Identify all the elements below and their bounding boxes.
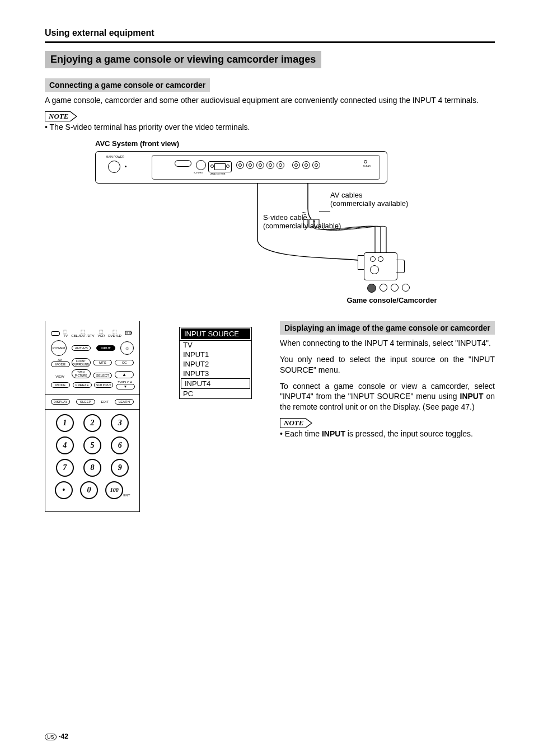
num-5-button[interactable]: 5 (83, 436, 101, 454)
rca-jack-icon (266, 161, 274, 169)
display-button[interactable]: DISPLAY (51, 399, 70, 405)
rca-jack-icon (302, 161, 310, 169)
remote-slider-icon (51, 331, 60, 336)
ant-button[interactable]: ANT A/B (72, 345, 91, 351)
input-bold: INPUT (322, 429, 345, 438)
input-bold: INPUT (460, 392, 484, 401)
note-label: NOTE (280, 418, 306, 428)
menu-header: INPUT SOURCE (180, 327, 251, 340)
paragraph: When connecting to the INPUT 4 terminals… (280, 338, 495, 349)
rca-jack-icon (277, 161, 284, 169)
input-button[interactable]: INPUT (96, 345, 115, 351)
note-bullet: • The S-video terminal has priority over… (45, 123, 495, 132)
remote-top-label: ⬚VCR (97, 330, 105, 337)
divider (45, 41, 495, 43)
num-8-button[interactable]: 8 (83, 459, 101, 477)
figure-avc: AVC System (front view) MAIN POWER S-VID… (95, 139, 495, 304)
camcorder-rca-jack-icon (391, 284, 399, 292)
menu-item[interactable]: PC (180, 389, 251, 398)
indicator-dot (125, 166, 127, 167)
note-bullet: • Each time INPUT is pressed, the input … (280, 429, 495, 438)
camcorder-sv-jack-icon (367, 284, 376, 293)
surround-button[interactable]: FRONT SURROUND (72, 358, 91, 367)
avc-system-front: MAIN POWER S-VIDEO ANALOG RGB (95, 151, 387, 184)
num-7-button[interactable]: 7 (56, 459, 74, 477)
rca-jack-icon (256, 161, 264, 169)
av-cable-text: AV cables (330, 191, 363, 199)
num-4-button[interactable]: 4 (56, 436, 74, 454)
subheading-displaying: Displaying an image of the game console … (280, 321, 495, 335)
device-caption: Game console/Camcorder (330, 296, 453, 304)
num-9-button[interactable]: 9 (111, 459, 129, 477)
av-cable-sub: (commercially available) (330, 199, 408, 208)
sv-cable-sub: (commercially available) (263, 222, 341, 230)
menu-item[interactable]: INPUT4 (181, 378, 250, 389)
num-dot-button[interactable]: • (55, 481, 73, 499)
av-cable-label: AV cables (commercially available) (330, 191, 495, 208)
sleep-button[interactable]: SLEEP (76, 399, 95, 405)
note-label: NOTE (45, 111, 71, 121)
page-number: US-42 (45, 732, 68, 740)
paragraph: You only need to select the input source… (280, 354, 495, 375)
note-text: The S-video terminal has priority over t… (50, 123, 250, 132)
mts-button[interactable]: MTS (93, 360, 112, 365)
learn-button[interactable]: LEARN (115, 399, 134, 405)
camcorder-icon (364, 252, 413, 293)
paragraph: A game console, camcorder and some other… (45, 95, 495, 106)
power-button-icon (108, 161, 120, 173)
num-3-button[interactable]: 3 (111, 414, 129, 432)
rca-jack-icon (292, 161, 300, 169)
port-door-icon (208, 161, 232, 172)
up-button[interactable]: ▲ (115, 371, 134, 378)
remote-top-label: ⬚CBL /SAT /DTV (71, 330, 94, 337)
ent-label: ENT (123, 494, 130, 497)
rca-jack-icon (312, 161, 320, 169)
num-1-button[interactable]: 1 (56, 414, 74, 432)
avc-caption: AVC System (front view) (95, 139, 495, 148)
rca-jack-icon (236, 161, 244, 169)
clear-dot-icon (364, 160, 367, 163)
sub-input-button[interactable]: SUB INPUT (94, 382, 113, 388)
svg-rect-14 (131, 332, 132, 334)
camcorder-rca-jack-icon (402, 284, 410, 292)
region-badge: US (45, 734, 57, 740)
down-button[interactable]: ▼ (116, 384, 135, 389)
section-heading: Using external equipment (45, 28, 495, 38)
remote-top-label: ⬚DVD /LD (108, 330, 121, 337)
menu-item[interactable]: TV (180, 340, 251, 350)
cc-button[interactable]: CC (115, 360, 134, 365)
num-0-button[interactable]: 0 (80, 481, 98, 499)
main-power-label: MAIN POWER (106, 155, 124, 158)
sv-cable-text: S-video cable (263, 213, 307, 222)
battery-icon (125, 329, 134, 338)
rca-jack-icon (246, 161, 254, 169)
menu-item[interactable]: INPUT1 (180, 350, 251, 359)
text: Each time (285, 429, 322, 438)
num-2-button[interactable]: 2 (83, 414, 101, 432)
page-num-text: -42 (59, 732, 68, 740)
mode-button[interactable]: MODE (51, 361, 70, 367)
camcorder-rca-jack-icon (380, 284, 387, 292)
brightness-button[interactable]: ☼ (120, 341, 134, 355)
num-100-button[interactable]: 100 (105, 481, 123, 499)
remote-top-label: ⬚TV (63, 330, 68, 337)
text: is pressed, the input source toggles. (345, 429, 473, 438)
brand-pill (175, 160, 191, 167)
select-button[interactable]: SELECT (93, 373, 112, 378)
analog-rgb-label: ANALOG RGB (210, 172, 225, 175)
num-6-button[interactable]: 6 (111, 436, 129, 454)
mode-button[interactable]: MODE (51, 382, 70, 388)
svg-rect-13 (125, 331, 131, 335)
twin-picture-button[interactable]: TWIN PICTURE (72, 369, 91, 378)
paragraph: To connect a game console or view a camc… (280, 381, 495, 413)
menu-item[interactable]: INPUT2 (180, 359, 251, 369)
clear-label: CLEAR (363, 165, 371, 167)
s-video-label: S-VIDEO (194, 171, 203, 174)
av-mode-label: AV MODE (51, 358, 69, 367)
edit-label: EDIT (101, 400, 109, 403)
menu-item[interactable]: INPUT3 (180, 369, 251, 378)
s-video-jack-icon (196, 160, 206, 170)
sv-cable-label: S-video cable (commercially available) (263, 213, 495, 230)
power-button[interactable]: POWER (51, 340, 67, 356)
freeze-button[interactable]: FREEZE (73, 382, 92, 388)
